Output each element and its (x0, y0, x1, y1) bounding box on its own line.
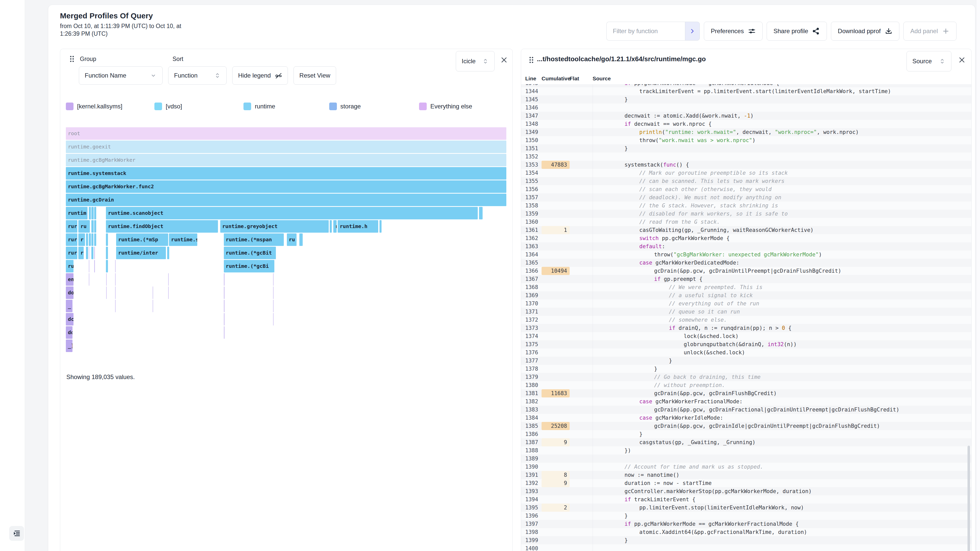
flame-block[interactable] (106, 260, 108, 272)
flame-block[interactable]: runtime.gcBgMarkWorker.func2 (66, 180, 506, 193)
flame-block[interactable] (94, 233, 96, 246)
flame-block[interactable]: runtime.findObject (106, 220, 218, 233)
flame-block[interactable] (299, 233, 303, 246)
flame-block[interactable]: runtime.h (338, 220, 378, 233)
flame-block[interactable] (153, 300, 153, 312)
flame-block[interactable] (153, 286, 153, 299)
flame-block[interactable] (89, 273, 89, 286)
console-toggle-button[interactable] (9, 526, 24, 541)
flame-block[interactable]: r (78, 247, 84, 259)
legend-item[interactable]: runtime (243, 103, 275, 110)
column-header-line[interactable]: Line (525, 76, 536, 82)
flame-block[interactable]: do (66, 286, 73, 299)
flame-block[interactable]: rur (66, 233, 77, 246)
share-profile-button[interactable]: Share profile (767, 22, 827, 41)
flame-block[interactable] (86, 233, 88, 246)
filter-apply-button[interactable] (685, 22, 700, 41)
flame-block[interactable]: runtime.gcBgMarkWorker (66, 154, 506, 166)
flame-block[interactable] (94, 260, 95, 272)
flame-block[interactable]: root (66, 127, 506, 140)
group-by-select[interactable]: Function Name (79, 66, 162, 85)
flame-block[interactable]: ru (66, 260, 73, 272)
legend-item[interactable]: [vdso] (154, 103, 182, 110)
flame-block[interactable]: en (66, 273, 73, 286)
flame-block[interactable] (115, 286, 116, 299)
drag-handle-icon[interactable] (528, 56, 535, 64)
flame-block[interactable] (224, 326, 224, 339)
flame-block[interactable]: do (66, 326, 73, 339)
add-panel-button[interactable]: Add panel (904, 22, 956, 41)
flame-block[interactable] (86, 247, 88, 259)
flame-block[interactable] (224, 286, 224, 299)
flame-block[interactable] (380, 220, 382, 233)
legend-item[interactable]: storage (329, 103, 361, 110)
flame-block[interactable]: runtime.(*mSp (116, 233, 168, 246)
flame-block[interactable]: runtime.gcDrain (66, 194, 506, 206)
source-view-select[interactable]: Source (907, 51, 951, 71)
flame-block[interactable] (94, 247, 95, 259)
view-mode-select[interactable]: Icicle (456, 51, 495, 71)
flame-block[interactable] (168, 286, 169, 299)
flame-block[interactable] (106, 286, 107, 299)
flame-block[interactable]: runtime.scanobject (106, 207, 478, 219)
flame-block[interactable] (91, 220, 94, 233)
flame-block[interactable]: runtime.(*mspan (224, 233, 284, 246)
legend-item[interactable]: Everything else (419, 103, 472, 110)
source-scrollbar-thumb[interactable] (967, 446, 970, 551)
flame-block[interactable] (106, 273, 107, 286)
flame-block[interactable]: _] (66, 340, 73, 352)
flame-block[interactable] (273, 300, 274, 312)
drag-handle-icon[interactable] (68, 55, 76, 63)
flame-block[interactable] (168, 273, 169, 286)
flame-block[interactable]: runtime.systemstack (66, 167, 506, 179)
flame-block[interactable] (224, 273, 224, 286)
flame-block[interactable]: rur (66, 247, 77, 259)
close-source-panel-button[interactable] (958, 56, 966, 64)
flame-block[interactable] (106, 247, 108, 259)
sort-by-select[interactable]: Function (168, 66, 227, 85)
column-header-source[interactable]: Source (593, 76, 611, 82)
flame-block[interactable]: runtime.greyobject (220, 220, 329, 233)
flame-block[interactable] (106, 233, 108, 246)
column-header-cumulative[interactable]: Cumulative (542, 76, 570, 82)
flame-block[interactable] (115, 260, 116, 272)
close-flamegraph-panel-button[interactable] (500, 56, 508, 64)
flame-block[interactable]: runtime.(*gcBi (224, 260, 275, 272)
filter-by-function-input[interactable] (606, 22, 685, 41)
flame-block[interactable] (224, 313, 224, 326)
flame-block[interactable] (89, 247, 89, 259)
flame-block[interactable]: r (333, 220, 337, 233)
flame-block[interactable]: rur (66, 220, 77, 233)
flame-block[interactable] (89, 233, 91, 246)
legend-item[interactable]: [kernel.kallsyms] (66, 103, 122, 110)
flame-block[interactable] (167, 247, 169, 259)
flame-block[interactable]: runtime.sp (169, 233, 197, 246)
flame-block[interactable]: runtime.goexit (66, 141, 506, 153)
flame-block[interactable] (479, 207, 483, 219)
flame-block[interactable]: r (78, 233, 85, 246)
flame-block[interactable] (330, 220, 332, 233)
flame-block[interactable] (273, 286, 274, 299)
flame-block[interactable]: runtime.(*gcBit (224, 247, 276, 259)
flame-block[interactable] (273, 313, 274, 326)
flame-block[interactable]: runtime/inter (116, 247, 166, 259)
flame-block[interactable]: ru (287, 233, 297, 246)
download-pprof-button[interactable]: Download pprof (831, 22, 899, 41)
flame-block[interactable]: _ (66, 300, 73, 312)
flame-block[interactable] (94, 220, 96, 233)
flame-block[interactable]: dc (66, 313, 73, 326)
flame-block[interactable] (91, 233, 94, 246)
column-header-flat[interactable]: Flat (570, 76, 579, 82)
flame-block[interactable] (273, 273, 274, 286)
preferences-button[interactable]: Preferences (704, 22, 762, 41)
reset-view-button[interactable]: Reset View (293, 66, 336, 85)
flame-block[interactable] (224, 300, 224, 312)
hide-legend-button[interactable]: Hide legend (232, 66, 288, 85)
flame-block[interactable] (91, 247, 94, 259)
flame-block[interactable] (89, 207, 91, 219)
flame-block[interactable] (91, 207, 94, 219)
flame-block[interactable]: runtim (66, 207, 88, 219)
page-scrollbar[interactable] (976, 0, 980, 551)
flame-block[interactable] (94, 207, 96, 219)
flame-block[interactable]: ru (78, 220, 90, 233)
